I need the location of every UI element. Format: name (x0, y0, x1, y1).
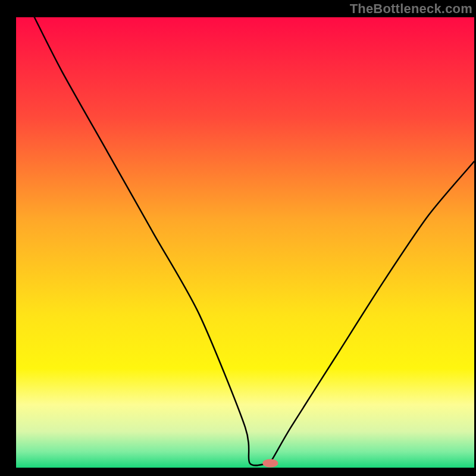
attribution-label: TheBottleneck.com (350, 1, 472, 17)
optimal-point-marker (262, 459, 278, 467)
plot-background (16, 17, 474, 468)
chart-svg (0, 0, 476, 476)
bottleneck-chart: TheBottleneck.com (0, 0, 476, 476)
